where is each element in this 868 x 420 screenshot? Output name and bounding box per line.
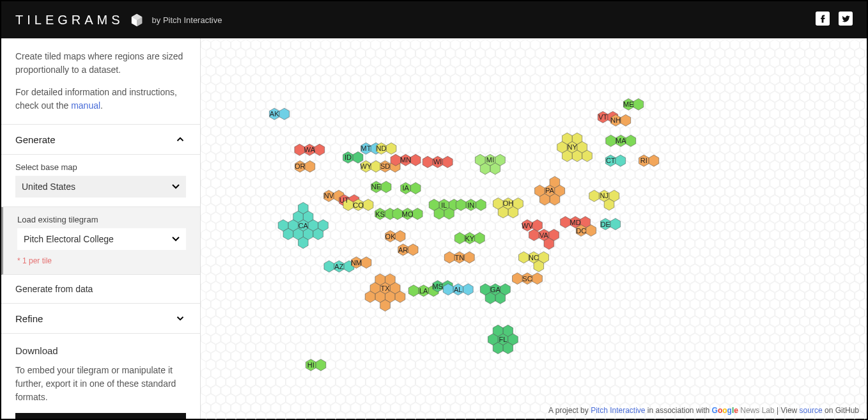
svg-text:SC: SC — [522, 275, 532, 283]
svg-text:ND: ND — [376, 144, 387, 152]
app-header: TILEGRAMS by Pitch Interactive — [1, 1, 867, 38]
section-generate-title: Generate — [15, 134, 56, 145]
svg-text:AK: AK — [270, 110, 279, 118]
basemap-label: Select base map — [15, 162, 186, 172]
facebook-link[interactable] — [816, 12, 830, 28]
tilegram-svg: AKWAORIDMTNDWYSDMNWIMINYVTNHMEMACTRINVUT… — [201, 38, 867, 419]
brand: TILEGRAMS by Pitch Interactive — [15, 13, 222, 27]
app-title: TILEGRAMS — [15, 13, 124, 27]
svg-text:NM: NM — [351, 259, 362, 267]
chevron-down-icon — [174, 313, 186, 324]
svg-text:MI: MI — [486, 156, 494, 164]
svg-text:TN: TN — [454, 254, 464, 261]
svg-text:KY: KY — [465, 235, 474, 242]
svg-text:MA: MA — [616, 137, 626, 144]
svg-text:HI: HI — [307, 361, 314, 369]
svg-text:IN: IN — [467, 201, 474, 209]
load-tilegram-select[interactable]: Pitch Electoral College — [17, 228, 186, 250]
sidebar: Create tiled maps where regions are size… — [1, 38, 201, 419]
svg-text:GA: GA — [490, 286, 501, 293]
svg-text:MS: MS — [432, 283, 443, 290]
basemap-select[interactable]: United States — [15, 176, 186, 198]
svg-text:AZ: AZ — [334, 263, 343, 270]
svg-text:NJ: NJ — [600, 192, 608, 199]
footer-credits: A project by Pitch Interactive in associ… — [548, 406, 859, 415]
per-tile-note: * 1 per tile — [17, 256, 186, 265]
svg-text:PA: PA — [545, 187, 555, 194]
svg-text:WA: WA — [304, 146, 316, 153]
svg-text:WV: WV — [522, 222, 533, 229]
svg-text:CO: CO — [353, 201, 364, 209]
svg-text:CT: CT — [606, 157, 616, 164]
section-generate-toggle[interactable]: Generate — [1, 125, 200, 155]
svg-text:VT: VT — [598, 113, 607, 121]
pitch-link[interactable]: Pitch Interactive — [591, 406, 645, 415]
hex-cube-icon — [130, 13, 143, 27]
svg-text:MD: MD — [570, 219, 581, 226]
svg-text:CA: CA — [298, 222, 309, 229]
svg-text:TX: TX — [381, 284, 391, 292]
svg-text:WY: WY — [360, 162, 372, 170]
svg-text:DE: DE — [601, 221, 610, 228]
generate-load-block: Load existing tilegram Pitch Electoral C… — [1, 207, 200, 275]
svg-text:RI: RI — [640, 157, 647, 164]
svg-text:UT: UT — [339, 196, 349, 204]
svg-text:IA: IA — [402, 184, 409, 192]
svg-text:VA: VA — [539, 231, 549, 239]
svg-text:ME: ME — [623, 100, 634, 108]
svg-text:LA: LA — [419, 287, 428, 295]
download-topojson-button[interactable]: TopoJSON — [15, 413, 186, 419]
svg-text:OR: OR — [295, 162, 306, 170]
svg-text:NV: NV — [324, 192, 334, 199]
intro-line1: Create tiled maps where regions are size… — [15, 50, 186, 77]
svg-text:MT: MT — [361, 144, 371, 152]
svg-text:OH: OH — [503, 200, 514, 208]
section-refine-title: Refine — [15, 313, 43, 324]
svg-text:NH: NH — [610, 116, 621, 124]
svg-text:NC: NC — [529, 254, 539, 261]
section-refine-toggle[interactable]: Refine — [1, 304, 200, 334]
generate-from-data[interactable]: Generate from data — [1, 275, 200, 304]
manual-link[interactable]: manual — [71, 100, 100, 111]
map-canvas[interactable]: AKWAORIDMTNDWYSDMNWIMINYVTNHMEMACTRINVUT… — [201, 38, 867, 419]
svg-text:OK: OK — [385, 233, 396, 240]
twitter-icon — [839, 12, 853, 26]
section-download-title: Download — [15, 345, 186, 356]
svg-text:MO: MO — [402, 210, 414, 218]
svg-text:SD: SD — [380, 162, 390, 170]
source-link[interactable]: source — [800, 406, 823, 415]
generate-basemap-block: Select base map United States — [1, 155, 200, 207]
svg-text:NY: NY — [567, 143, 577, 151]
svg-text:WI: WI — [433, 158, 442, 166]
svg-text:AR: AR — [398, 246, 408, 254]
svg-text:NE: NE — [371, 183, 381, 191]
svg-text:ID: ID — [345, 153, 352, 161]
facebook-icon — [816, 12, 830, 26]
svg-text:AL: AL — [454, 286, 462, 293]
svg-text:KS: KS — [375, 210, 385, 218]
chevron-up-icon — [174, 134, 186, 145]
svg-text:MN: MN — [400, 156, 411, 164]
load-label: Load existing tilegram — [17, 215, 186, 224]
download-block: Download To embed your tilegram or manip… — [1, 334, 200, 419]
twitter-link[interactable] — [839, 12, 853, 28]
intro-line2: For detailed information and instruction… — [15, 86, 186, 113]
svg-text:IL: IL — [441, 201, 447, 209]
intro-block: Create tiled maps where regions are size… — [1, 38, 200, 125]
svg-text:DC: DC — [576, 227, 586, 235]
brand-byline: by Pitch Interactive — [152, 15, 222, 25]
svg-text:FL: FL — [499, 336, 507, 343]
download-desc: To embed your tilegram or manipulate it … — [15, 364, 186, 404]
